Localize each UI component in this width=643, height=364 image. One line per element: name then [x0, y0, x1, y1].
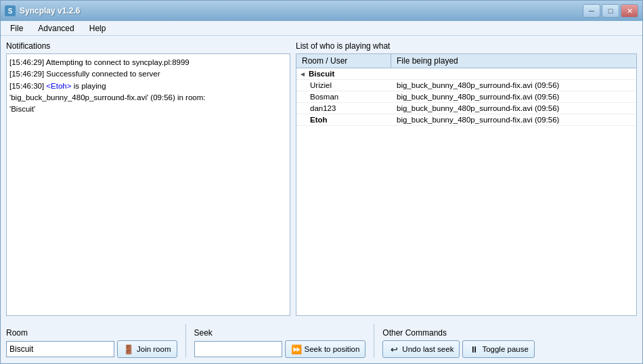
title-bar: S Syncplay v1.2.6 ─ □ ✕	[1, 1, 642, 21]
roomlist-title: List of who is playing what	[296, 41, 637, 51]
room-expand-icon: ◄	[299, 70, 306, 78]
main-content: Notifications [15:46:29] Attempting to c…	[1, 36, 642, 363]
user-file-cell: big_buck_bunny_480p_surround-fix.avi (09…	[391, 114, 636, 125]
user-name-cell: dan123	[296, 103, 391, 114]
close-button[interactable]: ✕	[621, 4, 638, 18]
divider-1	[185, 324, 186, 358]
room-name: Biscuit	[309, 70, 334, 78]
toggle-pause-button[interactable]: ⏸ Toggle pause	[462, 340, 534, 358]
other-commands-controls: ↩ Undo last seek ⏸ Toggle pause	[382, 340, 535, 358]
user-name-cell: Etoh	[296, 114, 391, 125]
roomlist-box: Room / User File being played ◄Biscuit U…	[296, 53, 637, 316]
menu-bar: File Advanced Help	[1, 21, 642, 36]
notifications-panel: Notifications [15:46:29] Attempting to c…	[6, 41, 290, 316]
notif-line-3: [15:46:30] <Etoh> is playing 'big_buck_b…	[9, 81, 287, 116]
table-row: Uriziel big_buck_bunny_480p_surround-fix…	[296, 80, 636, 91]
minimize-button[interactable]: ─	[583, 4, 600, 18]
seek-group: Seek ⏩ Seek to position	[194, 328, 366, 358]
notif-line-1: [15:46:29] Attempting to connect to sync…	[9, 57, 287, 68]
notif-line-2: [15:46:29] Successfully connected to ser…	[9, 68, 287, 80]
menu-file[interactable]: File	[3, 22, 30, 35]
undo-icon: ↩	[389, 344, 399, 355]
notifications-title: Notifications	[6, 41, 290, 51]
table-row: Bosman big_buck_bunny_480p_surround-fix.…	[296, 91, 636, 103]
table-row: dan123 big_buck_bunny_480p_surround-fix.…	[296, 103, 636, 114]
seek-input[interactable]	[194, 341, 282, 357]
main-window: S Syncplay v1.2.6 ─ □ ✕ File Advanced He…	[0, 0, 643, 364]
room-name-cell: ◄Biscuit	[296, 68, 391, 79]
window-controls: ─ □ ✕	[583, 4, 638, 18]
user-name-cell: Bosman	[296, 91, 391, 102]
room-input[interactable]	[6, 341, 114, 357]
seek-to-position-button[interactable]: ⏩ Seek to position	[285, 340, 366, 358]
room-file-cell	[391, 68, 636, 79]
roomlist-panel: List of who is playing what Room / User …	[296, 41, 637, 316]
col-header-file: File being played	[391, 54, 636, 68]
other-commands-label: Other Commands	[382, 328, 535, 338]
col-header-room-user: Room / User	[296, 54, 391, 68]
table-header: Room / User File being played	[296, 54, 636, 68]
room-group: Room 🚪 Join room	[6, 328, 177, 358]
menu-advanced[interactable]: Advanced	[31, 22, 81, 35]
app-icon: S	[5, 5, 16, 16]
user-file-cell: big_buck_bunny_480p_surround-fix.avi (09…	[391, 80, 636, 91]
other-commands-group: Other Commands ↩ Undo last seek ⏸ Toggle…	[382, 328, 535, 358]
seek-controls: ⏩ Seek to position	[194, 340, 366, 358]
room-row-biscuit: ◄Biscuit	[296, 68, 636, 80]
pause-icon: ⏸	[468, 344, 479, 355]
maximize-button[interactable]: □	[602, 4, 619, 18]
user-file-cell: big_buck_bunny_480p_surround-fix.avi (09…	[391, 103, 636, 114]
join-room-button[interactable]: 🚪 Join room	[117, 340, 177, 358]
bottom-section: Room 🚪 Join room Seek ⏩ Seek to	[6, 321, 637, 358]
user-file-cell: big_buck_bunny_480p_surround-fix.avi (09…	[391, 91, 636, 102]
seek-icon: ⏩	[291, 344, 302, 355]
user-name-cell: Uriziel	[296, 80, 391, 91]
window-title: Syncplay v1.2.6	[20, 6, 579, 16]
divider-2	[374, 324, 374, 358]
menu-help[interactable]: Help	[83, 22, 113, 35]
seek-label: Seek	[194, 328, 366, 338]
room-controls: 🚪 Join room	[6, 340, 177, 358]
notif-line3-prefix: [15:46:30]	[9, 82, 46, 90]
table-row: Etoh big_buck_bunny_480p_surround-fix.av…	[296, 114, 636, 126]
undo-last-seek-button[interactable]: ↩ Undo last seek	[382, 340, 460, 358]
panels: Notifications [15:46:29] Attempting to c…	[6, 41, 637, 316]
notifications-box: [15:46:29] Attempting to connect to sync…	[6, 53, 290, 316]
notif-line3-link: <Etoh>	[46, 82, 71, 90]
room-label: Room	[6, 328, 177, 338]
join-room-icon: 🚪	[123, 344, 134, 355]
